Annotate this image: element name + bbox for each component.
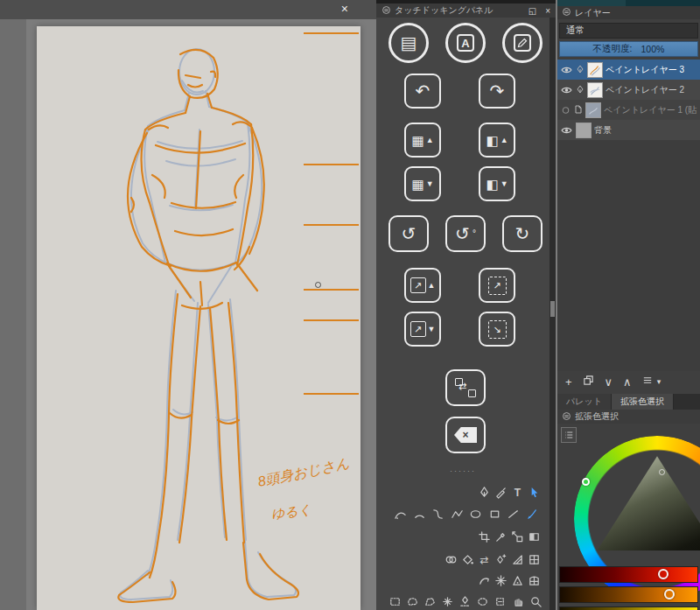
correction-tool[interactable]: [476, 572, 493, 589]
pen-tool[interactable]: [476, 484, 493, 501]
bezier-tool[interactable]: [430, 506, 446, 522]
liquify-tool[interactable]: [509, 572, 526, 589]
canvas-paper[interactable]: 8頭身おじさん ゆるく: [37, 26, 360, 610]
swap-color-tool[interactable]: ⇄: [476, 551, 493, 568]
close-panel-icon[interactable]: ×: [545, 6, 550, 16]
up-triangle-icon: ▲: [428, 282, 436, 290]
text-tool[interactable]: T: [509, 484, 526, 501]
eyedropper-tool[interactable]: [493, 529, 509, 545]
visibility-eye-icon[interactable]: [560, 126, 573, 135]
visibility-eye-icon-off[interactable]: [560, 106, 571, 115]
color-mix-tool[interactable]: [443, 551, 459, 568]
layer-menu-caret-icon[interactable]: ▾: [657, 377, 662, 386]
line-tool[interactable]: [505, 506, 522, 522]
move-layer-up-button[interactable]: ∧: [623, 375, 632, 389]
up-triangle-icon: ▲: [426, 137, 434, 144]
float-panel-icon[interactable]: ◱: [528, 6, 536, 16]
curve-pen-tool[interactable]: [392, 506, 409, 522]
layer-thumbnail[interactable]: [576, 123, 592, 138]
rotate-right-button[interactable]: ↻: [502, 215, 542, 252]
layer-menu-button[interactable]: [642, 375, 654, 389]
opacity-slider[interactable]: 不透明度: 100%: [559, 41, 698, 57]
scale-up-button[interactable]: ↗ ▲: [404, 268, 441, 303]
rectangle-tool[interactable]: [486, 506, 503, 522]
edit-button[interactable]: [502, 23, 542, 63]
reset-rotation-icon: ↺: [455, 225, 470, 242]
yellow-channel-slider[interactable]: [559, 606, 698, 610]
move-tool[interactable]: [509, 529, 526, 545]
layer-thumbnail[interactable]: [587, 82, 603, 98]
zoom-out-step-button[interactable]: ▦ ▼: [404, 166, 441, 201]
ruler-tool[interactable]: [509, 551, 526, 568]
stamp-select-tool[interactable]: [492, 593, 508, 610]
frame-border-tool[interactable]: [476, 529, 493, 545]
tone-icon: ◧: [486, 178, 498, 191]
layer-row-background[interactable]: 背景: [557, 120, 700, 140]
opacity-label: 不透明度:: [593, 43, 633, 55]
new-layer-button[interactable]: +: [565, 375, 572, 389]
lasso-select-tool[interactable]: [404, 593, 421, 610]
orange-channel-slider[interactable]: [559, 586, 698, 603]
touch-panel-header[interactable]: タッチドッキングパネル ◱ ×: [376, 4, 556, 18]
color-list-toggle-button[interactable]: [561, 427, 577, 443]
visibility-eye-icon[interactable]: [560, 86, 573, 95]
zoom-tool[interactable]: [528, 593, 544, 610]
menu-button[interactable]: ▤: [388, 23, 429, 63]
tone-up-button[interactable]: ◧ ▲: [479, 123, 515, 158]
polyline-tool[interactable]: [449, 506, 466, 522]
move-layer-down-button[interactable]: ∨: [605, 375, 613, 389]
layer-row-hidden[interactable]: ペイントレイヤー 1 (貼り付け): [557, 100, 700, 120]
swap-screens-icon: ⇄: [455, 378, 476, 397]
visibility-eye-icon[interactable]: [560, 66, 573, 74]
hue-marker[interactable]: [582, 478, 590, 486]
marker-tool[interactable]: [493, 484, 509, 501]
slider-knob[interactable]: [658, 569, 668, 579]
decoration-tool[interactable]: [493, 551, 509, 568]
layer-thumbnail[interactable]: [587, 62, 603, 78]
slider-knob[interactable]: [664, 589, 675, 599]
brush-tool[interactable]: [524, 506, 541, 522]
panel-scrollbar-handle[interactable]: [550, 301, 555, 317]
tab-palette[interactable]: パレット: [557, 394, 612, 410]
grid-tool[interactable]: [526, 551, 542, 568]
zoom-in-step-button[interactable]: ▦ ▲: [404, 123, 441, 158]
polyline-select-tool[interactable]: [422, 593, 438, 610]
tab-extended-color[interactable]: 拡張色選択: [612, 394, 674, 410]
undo-button[interactable]: ↶: [404, 74, 441, 109]
blend-mode-select[interactable]: 通常: [559, 23, 698, 39]
panel-resize-handle[interactable]: ······: [376, 466, 550, 475]
layer-row[interactable]: ペイントレイヤー 2: [557, 80, 700, 100]
arc-tool[interactable]: [411, 506, 428, 522]
ellipse-tool[interactable]: [467, 506, 484, 522]
tone-down-button[interactable]: ◧ ▼: [479, 166, 515, 201]
fill-tool[interactable]: [459, 551, 476, 568]
layer-row-selected[interactable]: ペイントレイヤー 3: [557, 60, 700, 80]
object-select-tool[interactable]: [526, 484, 542, 501]
swap-screens-button[interactable]: ⇄: [445, 369, 486, 406]
save-icon: A: [457, 34, 474, 52]
hand-tool[interactable]: [510, 593, 527, 610]
delete-backspace-button[interactable]: ×: [445, 417, 486, 453]
gradient-tool[interactable]: [526, 529, 542, 545]
ellipse-select-tool[interactable]: [474, 593, 491, 610]
scale-down-button[interactable]: ↗ ▼: [404, 312, 441, 347]
save-button[interactable]: A: [445, 23, 486, 63]
pen-select-tool[interactable]: [457, 593, 473, 610]
layer-panel-header[interactable]: レイヤー: [557, 6, 700, 19]
layer-thumbnail[interactable]: [585, 102, 601, 118]
extended-color-header[interactable]: 拡張色選択: [557, 410, 700, 424]
shrink-select-tool[interactable]: [439, 593, 456, 610]
close-icon[interactable]: ×: [341, 3, 348, 15]
actual-size-button[interactable]: ↘: [479, 312, 515, 347]
sv-marker[interactable]: [659, 469, 665, 475]
redo-button[interactable]: ↷: [479, 74, 515, 109]
checker-icon: ▦: [411, 178, 424, 191]
rotate-left-button[interactable]: ↺: [388, 215, 429, 252]
duplicate-layer-button[interactable]: [583, 375, 594, 389]
reset-rotation-button[interactable]: ↺ °: [445, 215, 486, 252]
fit-to-screen-button[interactable]: ↗: [479, 268, 515, 303]
rect-select-tool[interactable]: [387, 593, 403, 610]
mesh-transform-tool[interactable]: [526, 572, 542, 589]
red-channel-slider[interactable]: [559, 566, 698, 583]
sparkle-tool[interactable]: [493, 572, 509, 589]
